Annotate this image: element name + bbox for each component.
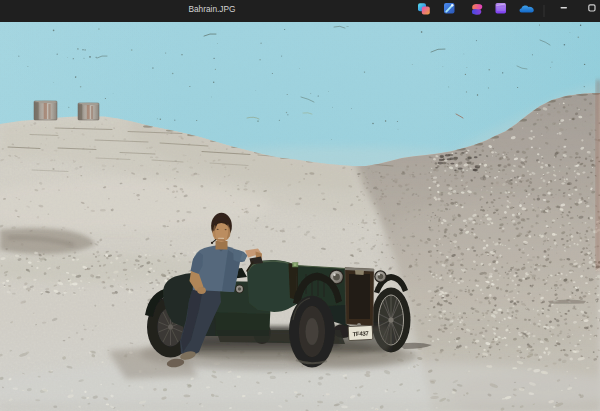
svg-text:TF437: TF437: [352, 330, 369, 337]
svg-text:Bahrain.JPG: Bahrain.JPG: [188, 4, 235, 14]
